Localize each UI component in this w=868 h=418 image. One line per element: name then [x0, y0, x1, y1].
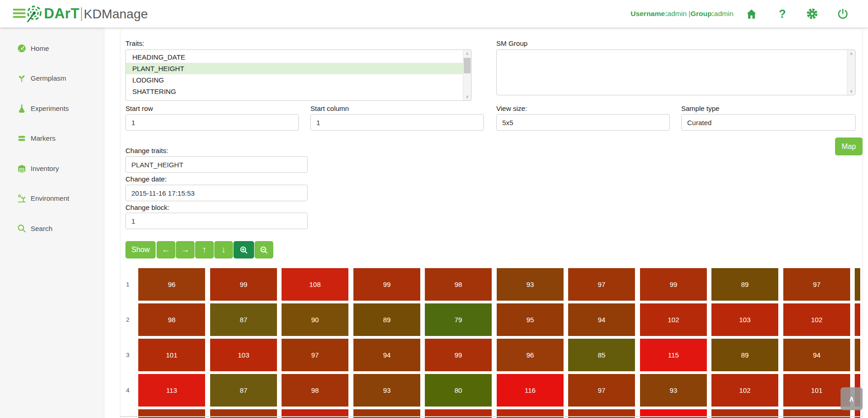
sidebar-item-environment[interactable]: Environment	[0, 191, 104, 206]
traits-option[interactable]: SHATTERING	[126, 86, 463, 97]
heatmap-cell[interactable]: 94	[783, 339, 850, 371]
heatmap-cell[interactable]: 85	[568, 339, 635, 371]
pan-up-button[interactable]: ↑	[195, 241, 214, 258]
heatmap-cell[interactable]: 96	[138, 268, 205, 301]
heatmap-cell[interactable]: 102	[783, 303, 850, 336]
heatmap-cell[interactable]: 93	[497, 268, 564, 301]
top-navbar: DArT KDManage Username:admin |Group:admi…	[0, 0, 868, 28]
heatmap-cell[interactable]: 96	[497, 339, 564, 371]
user-info: Username:admin |Group:admin	[630, 10, 733, 18]
heatmap-cell[interactable]: 89	[711, 268, 778, 301]
sidebar-item-germplasm[interactable]: Germplasm	[0, 71, 104, 86]
zoom-in-button[interactable]	[233, 241, 254, 258]
view-size-input[interactable]	[496, 114, 670, 131]
heatmap-cell[interactable]: 94	[568, 303, 635, 336]
heatmap-cell[interactable]: 99	[210, 268, 277, 301]
heatmap-cell[interactable]: 95	[497, 303, 564, 336]
heatmap-cell[interactable]: 103	[210, 339, 277, 371]
heatmap-cell[interactable]: 90	[282, 303, 348, 336]
sidebar-item-home[interactable]: Home	[0, 40, 104, 56]
horizontal-scrollbar[interactable]	[120, 416, 863, 417]
change-block-input[interactable]	[125, 213, 308, 229]
power-icon[interactable]	[835, 6, 850, 21]
heatmap-cell[interactable]: 98	[425, 268, 492, 301]
pan-left-button[interactable]: ←	[157, 241, 175, 258]
grid-row-label: 2	[121, 303, 135, 336]
heatmap-cell[interactable]: 102	[711, 374, 778, 407]
map-button[interactable]: Map	[835, 138, 863, 155]
sidebar-item-label: Experiments	[31, 104, 69, 112]
sidebar-item-inventory[interactable]: Inventory	[0, 160, 104, 176]
grid-row-label: 3	[121, 339, 135, 371]
zoom-out-button[interactable]	[255, 241, 273, 258]
traits-listbox[interactable]: HEADING_DATEPLANT_HEIGHTLODGINGSHATTERIN…	[125, 50, 472, 101]
sidebar-item-label: Environment	[31, 194, 69, 202]
heatmap-cell[interactable]: 97	[783, 268, 850, 301]
heatmap-cell[interactable]: 101	[138, 339, 205, 371]
heatmap-cell[interactable]: 97	[568, 268, 635, 301]
grid-row-label: 1	[121, 268, 135, 301]
change-date-label: Change date:	[125, 175, 167, 183]
environment-icon	[16, 193, 27, 204]
sm-group-scrollbar[interactable]: ∧ ∨	[847, 50, 855, 95]
start-row-input[interactable]	[125, 114, 299, 131]
sidebar-item-markers[interactable]: Markers	[0, 131, 104, 146]
sidebar-item-experiments[interactable]: Experiments	[0, 100, 104, 116]
scroll-up-icon[interactable]: ∧	[847, 50, 855, 57]
brand-divider	[81, 7, 82, 21]
heatmap-cell[interactable]: 103	[711, 303, 778, 336]
traits-option[interactable]: LODGING	[126, 74, 463, 86]
sidebar-item-label: Home	[31, 44, 49, 52]
scroll-down-icon[interactable]: ∨	[847, 88, 855, 95]
heatmap-cell[interactable]: 93	[353, 374, 420, 407]
traits-option[interactable]: HEADING_DATE	[126, 51, 463, 63]
change-traits-input[interactable]	[125, 156, 308, 173]
germplasm-icon	[16, 73, 27, 83]
heatmap-cell[interactable]: 93	[640, 374, 707, 407]
traits-option[interactable]: PLANT_HEIGHT	[126, 63, 463, 74]
heatmap-cell[interactable]: 113	[138, 374, 205, 407]
heatmap-cell[interactable]: 98	[138, 303, 205, 336]
scroll-up-icon[interactable]: ∧	[463, 50, 471, 57]
heatmap-cell[interactable]: 108	[282, 268, 348, 301]
sidebar-item-label: Inventory	[31, 165, 59, 172]
hamburger-menu-icon[interactable]	[13, 9, 26, 19]
heatmap-cell[interactable]: 89	[353, 303, 420, 336]
gear-icon[interactable]	[805, 6, 819, 21]
heatmap-cell[interactable]: 102	[640, 303, 707, 336]
markers-icon	[16, 133, 27, 143]
sidebar-item-search[interactable]: Search	[0, 220, 104, 236]
heatmap-cell[interactable]: 87	[210, 374, 277, 407]
change-date-input[interactable]	[125, 185, 308, 201]
show-button[interactable]: Show	[125, 241, 156, 258]
heatmap-cell[interactable]: 97	[568, 374, 635, 407]
heatmap-cell[interactable]: 87	[210, 303, 277, 336]
heatmap-cell[interactable]: 98	[282, 374, 348, 407]
sample-type-input[interactable]	[681, 114, 856, 131]
scrollbar-thumb[interactable]	[464, 58, 471, 73]
back-to-top-button[interactable]: ∧	[841, 387, 863, 410]
heatmap-cell[interactable]: 97	[282, 339, 348, 371]
pan-right-button[interactable]: →	[176, 241, 195, 258]
heatmap-cell[interactable]: 89	[711, 339, 778, 371]
heatmap-cell[interactable]: 99	[353, 268, 420, 301]
view-size-label: View size:	[496, 104, 527, 112]
heatmap-cell[interactable]: 99	[640, 268, 707, 301]
heatmap-cell[interactable]: 79	[425, 303, 492, 336]
heatmap-cell[interactable]: 80	[425, 374, 492, 407]
traits-scrollbar[interactable]: ∧ ∨	[463, 50, 471, 100]
home-icon[interactable]	[744, 6, 759, 21]
heatmap-cell[interactable]: 94	[353, 339, 420, 371]
panel-right-border	[863, 30, 863, 418]
heatmap-cell[interactable]: 99	[425, 339, 492, 371]
heatmap-cell[interactable]: 115	[640, 339, 707, 371]
start-row-label: Start row	[125, 104, 153, 112]
help-icon[interactable]: ?	[775, 6, 790, 21]
pan-down-button[interactable]: ↓	[214, 241, 233, 258]
username-label: Username:	[630, 10, 667, 17]
scroll-down-icon[interactable]: ∨	[463, 93, 471, 100]
start-column-input[interactable]	[310, 114, 484, 131]
heatmap-cell[interactable]: 116	[497, 374, 564, 407]
sm-group-listbox[interactable]: ∧ ∨	[496, 50, 856, 95]
kdmanage-app: DArT KDManage Username:admin |Group:admi…	[0, 0, 868, 418]
